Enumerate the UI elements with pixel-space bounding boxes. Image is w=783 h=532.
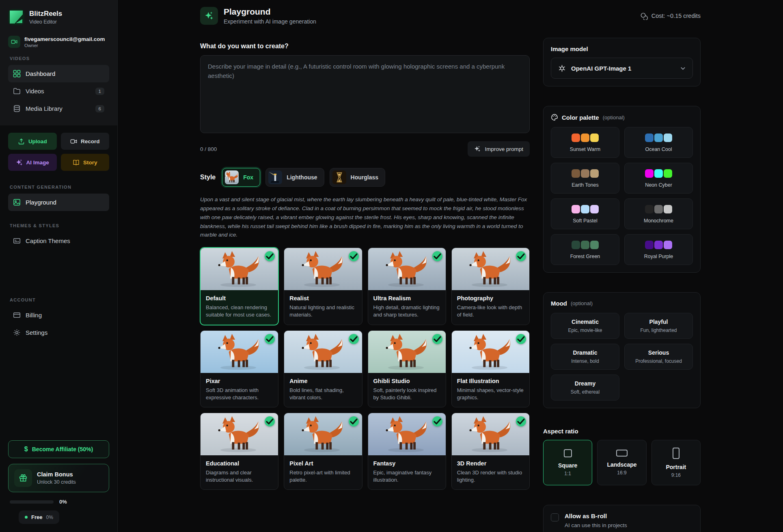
avatar xyxy=(8,36,20,48)
style-card[interactable]: Flat Illustration Minimal shapes, vector… xyxy=(451,330,530,407)
quick-actions: Upload Record AI Image Story xyxy=(8,133,109,171)
palette-option[interactable]: Earth Tones xyxy=(551,163,619,194)
palette-option[interactable]: Sunset Warm xyxy=(551,127,619,158)
become-affiliate-button[interactable]: $ Become Affiliate (50%) xyxy=(8,440,109,458)
aspect-option[interactable]: Portrait 9:16 xyxy=(651,440,701,485)
palette-option[interactable]: Soft Pastel xyxy=(551,198,619,229)
palette-icon xyxy=(551,114,558,121)
palette-optional-label: (optional) xyxy=(603,114,625,121)
style-card[interactable]: Anime Bold lines, flat shading, vibrant … xyxy=(284,330,362,407)
sidebar-item-billing[interactable]: Billing xyxy=(8,306,109,324)
style-chip[interactable]: Hourglass xyxy=(330,168,385,187)
selected-check-icon xyxy=(349,416,359,426)
palette-swatch xyxy=(664,169,672,178)
palette-option[interactable]: Monochrome xyxy=(624,198,693,229)
char-counter: 0 / 800 xyxy=(200,146,217,152)
app: { "app": {"name": "BlitzReels", "tagline… xyxy=(0,0,783,532)
usage-row: 0% xyxy=(8,498,109,505)
palette-swatch xyxy=(664,241,672,249)
palette-swatch xyxy=(654,134,663,142)
image-model-select[interactable]: OpenAI GPT-Image 1 xyxy=(551,58,693,79)
style-chip[interactable]: Lighthouse xyxy=(265,168,324,187)
sidebar-body: Upload Record AI Image Story CONTENT GEN… xyxy=(0,125,117,532)
palette-option[interactable]: Neon Cyber xyxy=(624,163,693,194)
mood-option[interactable]: Playful Fun, lighthearted xyxy=(624,313,693,339)
style-card[interactable]: Photography Camera-like look with depth … xyxy=(451,248,530,325)
style-card[interactable]: Fantasy Epic, imaginative fantasy illust… xyxy=(368,413,446,490)
sidebar-item-settings[interactable]: Settings xyxy=(8,324,109,341)
style-card[interactable]: Realist Natural lighting and realistic m… xyxy=(284,248,362,325)
palette-swatch xyxy=(590,134,599,142)
sidebar-item-videos[interactable]: Videos 1 xyxy=(8,82,109,100)
style-row: Style Fox Lighthouse Hourglass xyxy=(200,168,530,187)
sidebar-item-dashboard[interactable]: Dashboard xyxy=(8,65,109,82)
palette-swatch xyxy=(572,205,580,213)
aspect-option[interactable]: Square 1:1 xyxy=(543,440,592,485)
palette-option[interactable]: Forest Green xyxy=(551,234,619,265)
fox-fantasy-image xyxy=(386,416,426,452)
brand-name: BlitzReels xyxy=(29,10,62,18)
mood-option[interactable]: Serious Professional, focused xyxy=(624,344,693,370)
style-card[interactable]: Pixel Art Retro pixel-art with limited p… xyxy=(284,413,362,490)
prompt-input[interactable] xyxy=(200,55,530,133)
section-label-account: ACCOUNT xyxy=(10,297,108,302)
mood-label: Mood xyxy=(551,300,567,307)
square-icon xyxy=(564,449,572,457)
section-label-videos: VIDEOS xyxy=(10,56,108,61)
palette-swatch xyxy=(654,169,663,178)
style-card[interactable]: Default Balanced, clean rendering suitab… xyxy=(200,248,278,325)
upload-icon xyxy=(18,138,25,145)
fox-photography-image xyxy=(469,251,510,287)
coins-icon xyxy=(640,12,648,20)
landscape-icon xyxy=(616,450,628,457)
cost-indicator: Cost: ~0.15 credits xyxy=(640,12,701,20)
palette-swatch xyxy=(590,169,599,178)
claim-bonus-card[interactable]: Claim Bonus Unlock 30 credits xyxy=(8,464,109,492)
upload-button[interactable]: Upload xyxy=(8,133,57,150)
mood-option[interactable]: Dramatic Intense, bold xyxy=(551,344,619,370)
playground-sparkles-icon xyxy=(200,7,218,25)
plan-name: Free xyxy=(31,514,42,520)
style-card[interactable]: Ghibli Studio Soft, painterly look inspi… xyxy=(368,330,446,407)
sidebar-item-caption-themes[interactable]: Caption Themes xyxy=(8,232,109,250)
settings-panel: Image model OpenAI GPT-Image 1 Color pal… xyxy=(543,38,701,532)
palette-option[interactable]: Ocean Cool xyxy=(624,127,693,158)
user-account[interactable]: fivegamerscouncil@gmail.com Owner xyxy=(8,36,109,48)
style-card[interactable]: 3D Render Clean 3D render with studio li… xyxy=(451,413,530,490)
fox-thumbnail xyxy=(225,170,239,184)
palette-swatch xyxy=(645,134,654,142)
palette-swatch xyxy=(654,205,663,213)
image-model-value: OpenAI GPT-Image 1 xyxy=(571,65,631,72)
palette-swatch xyxy=(654,241,663,249)
aspect-option[interactable]: Landscape 16:9 xyxy=(597,440,646,485)
folder-icon xyxy=(13,87,21,95)
page-title: Playground xyxy=(224,7,316,17)
record-button[interactable]: Record xyxy=(61,133,110,150)
selected-check-icon xyxy=(265,334,275,344)
story-button[interactable]: Story xyxy=(61,154,110,171)
palette-swatch xyxy=(581,205,589,213)
style-card[interactable]: Educational Diagrams and clear instructi… xyxy=(200,413,278,490)
mood-option[interactable]: Cinematic Epic, movie-like xyxy=(551,313,619,339)
style-card[interactable]: Ultra Realism High detail, dramatic ligh… xyxy=(368,248,446,325)
sidebar-top-panel: BlitzReels Video Editor fivegamerscounci… xyxy=(0,0,117,125)
page-subtitle: Experiment with AI image generation xyxy=(224,18,316,25)
palette-swatch xyxy=(645,169,654,178)
ai-image-button[interactable]: AI Image xyxy=(8,154,57,171)
fox-pixel-art-image xyxy=(302,416,343,452)
broll-checkbox[interactable] xyxy=(551,513,559,521)
fox-educational-image xyxy=(218,416,259,452)
improve-prompt-button[interactable]: Improve prompt xyxy=(468,141,530,157)
allow-broll-toggle[interactable]: Allow as B-roll AI can use this in proje… xyxy=(551,513,693,528)
style-chip[interactable]: Fox xyxy=(222,168,260,187)
style-card[interactable]: Pixar Soft 3D animation with expressive … xyxy=(200,330,278,407)
fox-realist-image xyxy=(302,251,343,287)
fox-pixar-image xyxy=(218,334,259,369)
caption-card-icon xyxy=(13,237,21,245)
palette-option[interactable]: Royal Purple xyxy=(624,234,693,265)
usage-progress-bar xyxy=(10,500,54,504)
prompt-label: What do you want to create? xyxy=(200,43,530,50)
sidebar-item-playground[interactable]: Playground xyxy=(8,194,109,211)
mood-option[interactable]: Dreamy Soft, ethereal xyxy=(551,375,619,401)
sidebar-item-media-library[interactable]: Media Library 6 xyxy=(8,100,109,117)
